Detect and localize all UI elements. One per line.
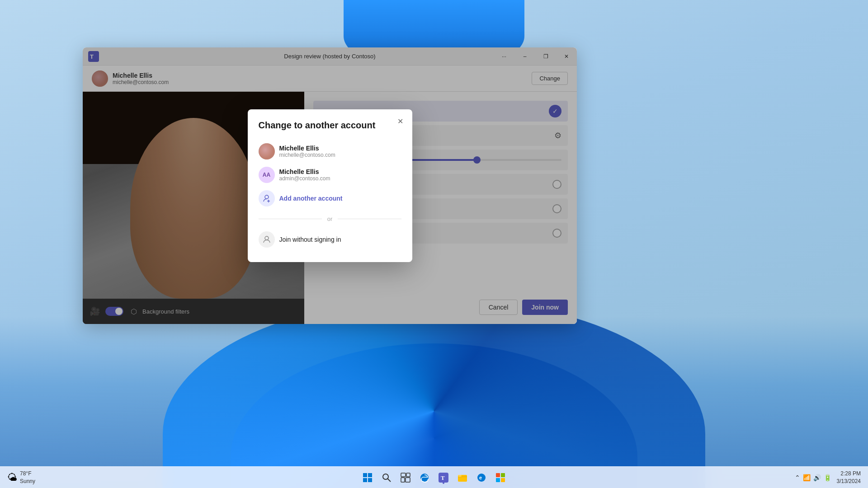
account-item-1[interactable]: Michelle Ellis michelle@contoso.com bbox=[259, 140, 401, 163]
modal-divider: or bbox=[259, 216, 401, 222]
wifi-icon[interactable]: 📶 bbox=[803, 474, 811, 481]
add-account-label: Add another account bbox=[279, 195, 343, 202]
svg-rect-14 bbox=[401, 478, 405, 482]
change-account-modal: ✕ Change to another account Michelle Ell… bbox=[248, 109, 412, 262]
svg-point-5 bbox=[265, 236, 269, 240]
weather-icon: 🌤 bbox=[7, 472, 17, 483]
speaker-icon[interactable]: 🔊 bbox=[813, 474, 821, 481]
chevron-up-icon[interactable]: ⌃ bbox=[795, 474, 800, 481]
date-display: 3/13/2024 bbox=[837, 478, 861, 485]
teams-taskbar-button[interactable]: T bbox=[435, 469, 452, 486]
svg-rect-20 bbox=[458, 475, 462, 477]
divider-line-left bbox=[259, 219, 322, 219]
edge-button[interactable] bbox=[416, 469, 433, 486]
modal-close-button[interactable]: ✕ bbox=[394, 115, 407, 127]
guest-avatar bbox=[259, 231, 275, 248]
svg-rect-9 bbox=[368, 478, 372, 482]
account-avatar-2: AA bbox=[259, 167, 275, 183]
guest-label: Join without signing in bbox=[279, 236, 341, 243]
add-account-avatar bbox=[259, 190, 275, 206]
teams-window: T Design review (hosted by Contoso) ··· … bbox=[83, 47, 577, 324]
account-details-1: Michelle Ellis michelle@contoso.com bbox=[279, 145, 335, 158]
file-explorer-button[interactable] bbox=[454, 469, 471, 486]
account-name-1: Michelle Ellis bbox=[279, 145, 335, 152]
account-email-1: michelle@contoso.com bbox=[279, 152, 335, 158]
guest-item[interactable]: Join without signing in bbox=[259, 228, 401, 251]
svg-rect-23 bbox=[496, 473, 500, 477]
search-taskbar-button[interactable] bbox=[378, 469, 395, 486]
taskbar-left: 🌤 78°F Sunny bbox=[7, 470, 35, 485]
account-item-2[interactable]: AA Michelle Ellis admin@contoso.com bbox=[259, 163, 401, 187]
svg-line-11 bbox=[387, 479, 391, 482]
store-icon bbox=[495, 473, 505, 483]
system-icons: ⌃ 📶 🔊 🔋 bbox=[795, 474, 831, 481]
svg-rect-26 bbox=[501, 478, 505, 482]
svg-rect-12 bbox=[401, 473, 406, 477]
store-button[interactable] bbox=[492, 469, 509, 486]
clock-widget[interactable]: 2:28 PM 3/13/2024 bbox=[837, 470, 861, 485]
svg-rect-24 bbox=[501, 473, 505, 477]
teams-taskbar-icon: T bbox=[439, 473, 448, 483]
search-taskbar-icon bbox=[382, 473, 392, 483]
svg-text:T: T bbox=[441, 474, 445, 481]
weather-info: 78°F Sunny bbox=[20, 470, 35, 485]
start-icon bbox=[363, 473, 373, 483]
edge-icon bbox=[420, 473, 429, 483]
taskbar: 🌤 78°F Sunny bbox=[0, 466, 868, 488]
temperature: 78°F bbox=[20, 470, 35, 478]
win-bloom bbox=[0, 316, 868, 488]
task-view-button[interactable] bbox=[397, 469, 414, 486]
svg-text:e: e bbox=[479, 475, 482, 480]
svg-rect-6 bbox=[363, 473, 367, 477]
divider-text: or bbox=[327, 216, 333, 222]
modal-title: Change to another account bbox=[259, 120, 401, 131]
svg-rect-25 bbox=[496, 478, 500, 482]
file-explorer-icon bbox=[458, 473, 467, 483]
battery-icon[interactable]: 🔋 bbox=[824, 474, 831, 481]
svg-rect-7 bbox=[368, 473, 372, 477]
taskbar-right: ⌃ 📶 🔊 🔋 2:28 PM 3/13/2024 bbox=[795, 470, 861, 485]
condition: Sunny bbox=[20, 478, 35, 485]
svg-point-2 bbox=[265, 195, 269, 199]
svg-rect-13 bbox=[406, 473, 410, 477]
account-avatar-1 bbox=[259, 143, 275, 160]
svg-rect-15 bbox=[406, 478, 410, 482]
divider-line-right bbox=[338, 219, 401, 219]
taskbar-center: T e bbox=[359, 469, 509, 486]
start-button[interactable] bbox=[359, 469, 376, 486]
edge2-icon: e bbox=[476, 473, 486, 483]
account-name-2: Michelle Ellis bbox=[279, 168, 330, 175]
weather-widget[interactable]: 🌤 78°F Sunny bbox=[7, 470, 35, 485]
account-email-2: admin@contoso.com bbox=[279, 175, 330, 182]
add-account-item[interactable]: Add another account bbox=[259, 187, 401, 210]
task-view-icon bbox=[401, 473, 410, 483]
account-details-2: Michelle Ellis admin@contoso.com bbox=[279, 168, 330, 182]
edge2-button[interactable]: e bbox=[473, 469, 490, 486]
modal-overlay: ✕ Change to another account Michelle Ell… bbox=[83, 47, 577, 324]
svg-rect-8 bbox=[363, 478, 367, 482]
time-display: 2:28 PM bbox=[837, 470, 861, 478]
